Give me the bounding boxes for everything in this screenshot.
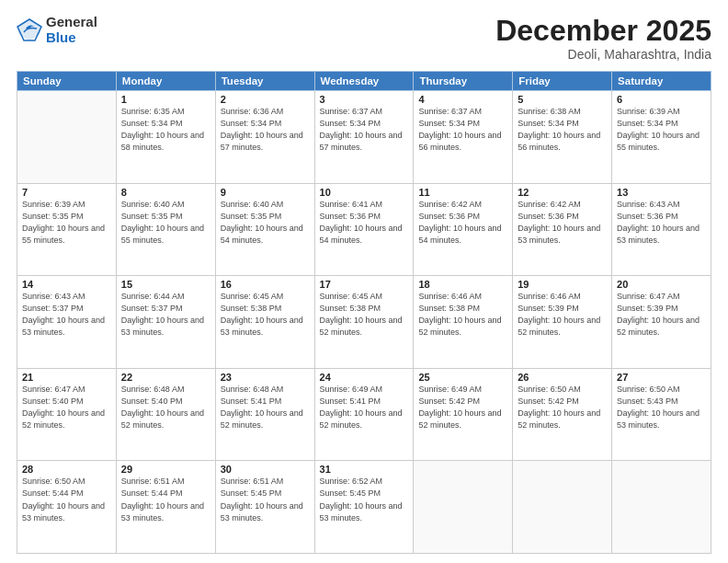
day-info: Sunrise: 6:42 AM Sunset: 5:36 PM Dayligh… — [518, 199, 607, 247]
day-info: Sunrise: 6:48 AM Sunset: 5:41 PM Dayligh… — [221, 384, 310, 431]
table-row: 24Sunrise: 6:49 AM Sunset: 5:41 PM Dayli… — [314, 368, 414, 461]
table-row: 12Sunrise: 6:42 AM Sunset: 5:36 PM Dayli… — [513, 183, 612, 276]
day-info: Sunrise: 6:50 AM Sunset: 5:44 PM Dayligh… — [22, 476, 111, 523]
day-number: 29 — [121, 464, 210, 475]
table-row: 2Sunrise: 6:36 AM Sunset: 5:34 PM Daylig… — [215, 91, 314, 184]
day-number: 22 — [121, 372, 210, 383]
day-number: 3 — [320, 94, 409, 105]
col-thursday: Thursday — [414, 72, 513, 91]
day-number: 13 — [617, 187, 706, 198]
day-info: Sunrise: 6:47 AM Sunset: 5:39 PM Dayligh… — [617, 291, 706, 339]
logo-icon — [17, 17, 42, 43]
day-number: 27 — [617, 372, 706, 383]
calendar-header-row: Sunday Monday Tuesday Wednesday Thursday… — [17, 72, 711, 91]
day-info: Sunrise: 6:47 AM Sunset: 5:40 PM Dayligh… — [22, 384, 111, 431]
day-info: Sunrise: 6:45 AM Sunset: 5:38 PM Dayligh… — [320, 291, 409, 339]
day-number: 16 — [221, 279, 310, 290]
table-row — [17, 91, 117, 184]
calendar-week-row: 21Sunrise: 6:47 AM Sunset: 5:40 PM Dayli… — [17, 368, 711, 461]
table-row: 17Sunrise: 6:45 AM Sunset: 5:38 PM Dayli… — [314, 276, 414, 369]
day-info: Sunrise: 6:40 AM Sunset: 5:35 PM Dayligh… — [221, 199, 310, 247]
table-row: 27Sunrise: 6:50 AM Sunset: 5:43 PM Dayli… — [612, 368, 711, 461]
day-info: Sunrise: 6:41 AM Sunset: 5:36 PM Dayligh… — [320, 199, 409, 247]
table-row: 22Sunrise: 6:48 AM Sunset: 5:40 PM Dayli… — [116, 368, 215, 461]
location: Deoli, Maharashtra, India — [495, 47, 711, 62]
table-row — [612, 461, 711, 554]
day-number: 23 — [221, 372, 310, 383]
col-sunday: Sunday — [17, 72, 117, 91]
table-row: 30Sunrise: 6:51 AM Sunset: 5:45 PM Dayli… — [215, 461, 314, 554]
day-info: Sunrise: 6:46 AM Sunset: 5:39 PM Dayligh… — [518, 291, 607, 339]
table-row: 14Sunrise: 6:43 AM Sunset: 5:37 PM Dayli… — [17, 276, 117, 369]
table-row — [513, 461, 612, 554]
table-row: 16Sunrise: 6:45 AM Sunset: 5:38 PM Dayli… — [215, 276, 314, 369]
table-row: 28Sunrise: 6:50 AM Sunset: 5:44 PM Dayli… — [17, 461, 117, 554]
day-info: Sunrise: 6:38 AM Sunset: 5:34 PM Dayligh… — [518, 106, 607, 154]
day-info: Sunrise: 6:51 AM Sunset: 5:44 PM Dayligh… — [121, 476, 210, 523]
day-number: 7 — [22, 187, 111, 198]
table-row: 18Sunrise: 6:46 AM Sunset: 5:38 PM Dayli… — [414, 276, 513, 369]
table-row: 4Sunrise: 6:37 AM Sunset: 5:34 PM Daylig… — [414, 91, 513, 184]
day-number: 11 — [418, 187, 507, 198]
day-number: 20 — [617, 279, 706, 290]
day-info: Sunrise: 6:40 AM Sunset: 5:35 PM Dayligh… — [121, 199, 210, 247]
day-info: Sunrise: 6:50 AM Sunset: 5:43 PM Dayligh… — [617, 384, 706, 431]
logo-text: General Blue — [46, 15, 97, 45]
day-number: 15 — [121, 279, 210, 290]
table-row: 6Sunrise: 6:39 AM Sunset: 5:34 PM Daylig… — [612, 91, 711, 184]
page: General Blue December 2025 Deoli, Mahara… — [0, 0, 728, 563]
day-number: 14 — [22, 279, 111, 290]
calendar-week-row: 7Sunrise: 6:39 AM Sunset: 5:35 PM Daylig… — [17, 183, 711, 276]
calendar-week-row: 28Sunrise: 6:50 AM Sunset: 5:44 PM Dayli… — [17, 461, 711, 554]
title-block: December 2025 Deoli, Maharashtra, India — [495, 15, 711, 62]
col-wednesday: Wednesday — [314, 72, 414, 91]
logo-blue-text: Blue — [46, 30, 97, 46]
day-info: Sunrise: 6:49 AM Sunset: 5:41 PM Dayligh… — [320, 384, 409, 431]
day-number: 6 — [617, 94, 706, 105]
day-number: 28 — [22, 464, 111, 475]
calendar-week-row: 14Sunrise: 6:43 AM Sunset: 5:37 PM Dayli… — [17, 276, 711, 369]
table-row: 31Sunrise: 6:52 AM Sunset: 5:45 PM Dayli… — [314, 461, 414, 554]
table-row: 8Sunrise: 6:40 AM Sunset: 5:35 PM Daylig… — [116, 183, 215, 276]
table-row: 29Sunrise: 6:51 AM Sunset: 5:44 PM Dayli… — [116, 461, 215, 554]
day-number: 18 — [418, 279, 507, 290]
col-friday: Friday — [513, 72, 612, 91]
day-info: Sunrise: 6:36 AM Sunset: 5:34 PM Dayligh… — [221, 106, 310, 154]
table-row: 25Sunrise: 6:49 AM Sunset: 5:42 PM Dayli… — [414, 368, 513, 461]
month-title: December 2025 — [495, 15, 711, 47]
table-row: 1Sunrise: 6:35 AM Sunset: 5:34 PM Daylig… — [116, 91, 215, 184]
table-row: 5Sunrise: 6:38 AM Sunset: 5:34 PM Daylig… — [513, 91, 612, 184]
col-tuesday: Tuesday — [215, 72, 314, 91]
day-info: Sunrise: 6:52 AM Sunset: 5:45 PM Dayligh… — [320, 476, 409, 523]
day-info: Sunrise: 6:43 AM Sunset: 5:37 PM Dayligh… — [22, 291, 111, 339]
table-row: 15Sunrise: 6:44 AM Sunset: 5:37 PM Dayli… — [116, 276, 215, 369]
logo: General Blue — [17, 15, 97, 45]
calendar-week-row: 1Sunrise: 6:35 AM Sunset: 5:34 PM Daylig… — [17, 91, 711, 184]
day-info: Sunrise: 6:49 AM Sunset: 5:42 PM Dayligh… — [418, 384, 507, 431]
table-row: 20Sunrise: 6:47 AM Sunset: 5:39 PM Dayli… — [612, 276, 711, 369]
day-info: Sunrise: 6:48 AM Sunset: 5:40 PM Dayligh… — [121, 384, 210, 431]
col-monday: Monday — [116, 72, 215, 91]
table-row — [414, 461, 513, 554]
day-info: Sunrise: 6:50 AM Sunset: 5:42 PM Dayligh… — [518, 384, 607, 431]
day-info: Sunrise: 6:45 AM Sunset: 5:38 PM Dayligh… — [221, 291, 310, 339]
table-row: 26Sunrise: 6:50 AM Sunset: 5:42 PM Dayli… — [513, 368, 612, 461]
day-info: Sunrise: 6:44 AM Sunset: 5:37 PM Dayligh… — [121, 291, 210, 339]
day-number: 17 — [320, 279, 409, 290]
day-number: 8 — [121, 187, 210, 198]
day-number: 1 — [121, 94, 210, 105]
table-row: 11Sunrise: 6:42 AM Sunset: 5:36 PM Dayli… — [414, 183, 513, 276]
day-number: 12 — [518, 187, 607, 198]
day-info: Sunrise: 6:37 AM Sunset: 5:34 PM Dayligh… — [320, 106, 409, 154]
day-info: Sunrise: 6:37 AM Sunset: 5:34 PM Dayligh… — [418, 106, 507, 154]
header: General Blue December 2025 Deoli, Mahara… — [17, 15, 711, 62]
day-number: 31 — [320, 464, 409, 475]
day-info: Sunrise: 6:39 AM Sunset: 5:35 PM Dayligh… — [22, 199, 111, 247]
day-info: Sunrise: 6:51 AM Sunset: 5:45 PM Dayligh… — [221, 476, 310, 523]
table-row: 13Sunrise: 6:43 AM Sunset: 5:36 PM Dayli… — [612, 183, 711, 276]
table-row: 9Sunrise: 6:40 AM Sunset: 5:35 PM Daylig… — [215, 183, 314, 276]
day-info: Sunrise: 6:46 AM Sunset: 5:38 PM Dayligh… — [418, 291, 507, 339]
day-number: 9 — [221, 187, 310, 198]
table-row: 19Sunrise: 6:46 AM Sunset: 5:39 PM Dayli… — [513, 276, 612, 369]
table-row: 3Sunrise: 6:37 AM Sunset: 5:34 PM Daylig… — [314, 91, 414, 184]
